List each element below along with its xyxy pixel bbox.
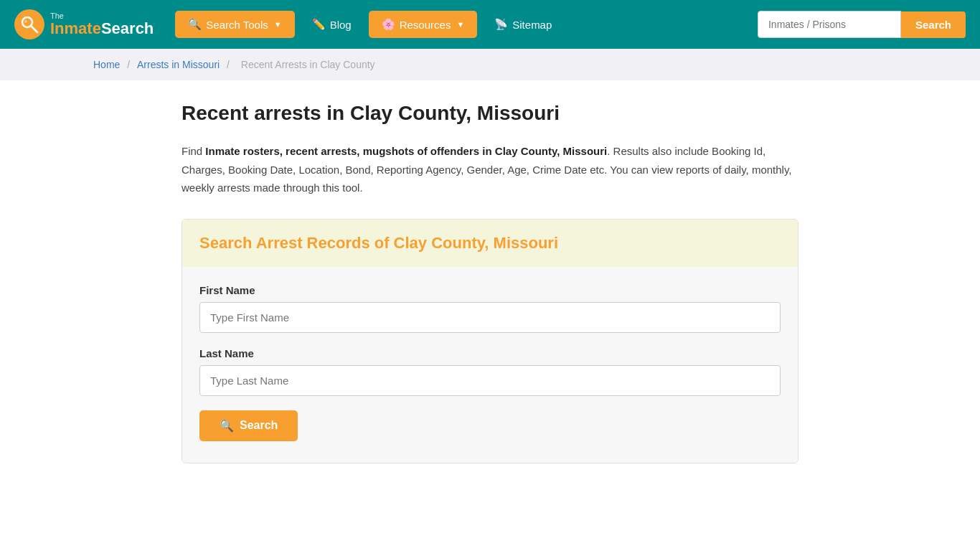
search-panel-title: Search Arrest Records of Clay County, Mi… (199, 234, 781, 253)
breadcrumb-sep-1: / (127, 59, 133, 70)
main-content: Recent arrests in Clay County, Missouri … (167, 80, 813, 492)
navbar: The InmateSearch 🔍 Search Tools ▼ ✏️ Blo… (0, 0, 980, 49)
resources-label: Resources (400, 19, 451, 31)
resources-icon: 🌸 (382, 18, 395, 31)
desc-start: Find (182, 145, 205, 157)
blog-label: Blog (330, 19, 352, 31)
search-panel-body: First Name Last Name 🔍 Search (182, 267, 798, 463)
sitemap-icon: 📡 (494, 18, 508, 31)
search-submit-label: Search (240, 419, 278, 432)
last-name-input[interactable] (199, 365, 781, 396)
breadcrumb-sep-2: / (227, 59, 232, 70)
breadcrumb-home-link[interactable]: Home (93, 59, 120, 70)
search-submit-icon: 🔍 (220, 419, 234, 433)
nav-search-input[interactable] (758, 11, 901, 38)
search-tools-icon: 🔍 (188, 18, 202, 31)
search-tools-button[interactable]: 🔍 Search Tools ▼ (175, 11, 294, 38)
breadcrumb-current: Recent Arrests in Clay County (241, 59, 375, 70)
desc-bold: Inmate rosters, recent arrests, mugshots… (205, 145, 607, 157)
chevron-down-icon-resources: ▼ (456, 20, 464, 29)
first-name-label: First Name (199, 284, 781, 296)
sitemap-label: Sitemap (512, 19, 552, 31)
last-name-group: Last Name (199, 347, 781, 396)
search-tools-label: Search Tools (206, 19, 268, 31)
page-title: Recent arrests in Clay County, Missouri (182, 102, 798, 125)
search-panel: Search Arrest Records of Clay County, Mi… (182, 219, 798, 463)
first-name-input[interactable] (199, 302, 781, 333)
svg-line-1 (31, 26, 37, 32)
nav-search-btn-label: Search (915, 19, 951, 31)
breadcrumb: Home / Arrests in Missouri / Recent Arre… (0, 49, 980, 80)
nav-search-button[interactable]: Search (901, 11, 966, 38)
blog-icon: ✏️ (312, 18, 326, 31)
description: Find Inmate rosters, recent arrests, mug… (182, 142, 798, 197)
resources-button[interactable]: 🌸 Resources ▼ (369, 11, 478, 38)
blog-button[interactable]: ✏️ Blog (302, 11, 362, 38)
search-panel-header: Search Arrest Records of Clay County, Mi… (182, 220, 798, 267)
nav-search-box: Search (758, 11, 966, 38)
last-name-label: Last Name (199, 347, 781, 359)
sitemap-button[interactable]: 📡 Sitemap (484, 11, 562, 38)
logo-icon (14, 9, 44, 39)
logo-text: The InmateSearch (50, 11, 154, 37)
breadcrumb-arrests-link[interactable]: Arrests in Missouri (137, 59, 220, 70)
svg-point-2 (24, 20, 27, 23)
chevron-down-icon: ▼ (274, 20, 282, 29)
first-name-group: First Name (199, 284, 781, 333)
search-submit-button[interactable]: 🔍 Search (199, 410, 298, 441)
logo[interactable]: The InmateSearch (14, 9, 154, 39)
